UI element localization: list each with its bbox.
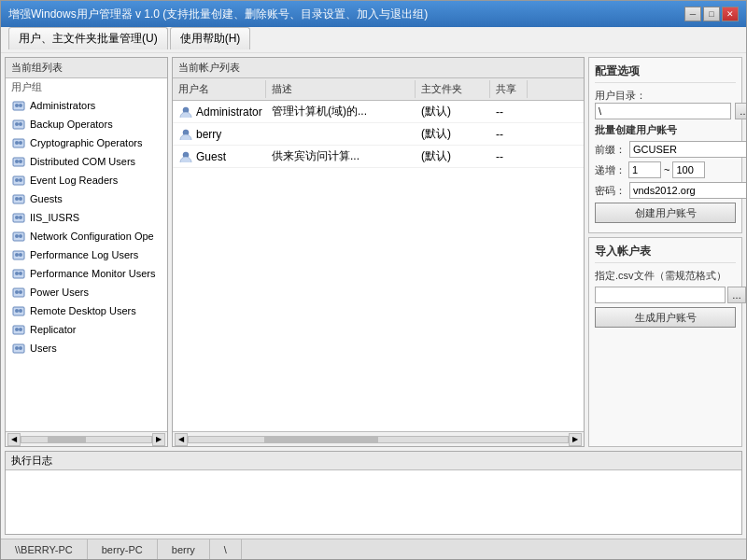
user-icon xyxy=(178,105,193,119)
list-item[interactable]: Cryptographic Operators xyxy=(6,133,167,152)
svg-rect-6 xyxy=(13,139,24,147)
csv-browse-button[interactable]: … xyxy=(727,287,746,303)
list-item[interactable]: IIS_IUSRS xyxy=(6,208,167,227)
csv-label: 指定.csv文件（需规范格式） xyxy=(595,269,736,283)
user-icon xyxy=(178,127,193,142)
csv-row: … xyxy=(595,287,736,303)
svg-point-19 xyxy=(15,216,19,219)
group-list[interactable]: Administrators Backup Operators Cryptogr… xyxy=(6,96,167,431)
password-input[interactable] xyxy=(629,182,746,199)
svg-rect-36 xyxy=(13,326,24,334)
maximize-button[interactable]: □ xyxy=(703,7,720,21)
status-user: berry xyxy=(158,539,210,559)
password-row: 密码： xyxy=(595,182,736,199)
user-name-cell: Guest xyxy=(173,148,266,165)
center-scroll-right[interactable]: ▶ xyxy=(569,433,582,446)
range-to-input[interactable] xyxy=(672,161,705,178)
list-item[interactable]: Replicator xyxy=(6,320,167,339)
home-dir-input[interactable] xyxy=(595,103,731,119)
list-item[interactable]: Users xyxy=(6,339,167,357)
svg-rect-15 xyxy=(13,195,24,203)
group-icon xyxy=(11,229,26,244)
home-dir-label: 用户目录： xyxy=(595,89,736,103)
user-share-cell: -- xyxy=(490,127,528,142)
range-from-input[interactable] xyxy=(628,161,661,178)
menu-bar: 用户、主文件夹批量管理(U) 使用帮助(H) xyxy=(1,27,746,53)
group-icon xyxy=(11,303,26,318)
svg-rect-21 xyxy=(13,232,24,241)
svg-point-8 xyxy=(19,141,22,145)
prefix-input[interactable] xyxy=(629,141,746,158)
svg-point-41 xyxy=(19,346,22,350)
config-section: 配置选项 用户目录： … 批量创建用户账号 前缀： 递增： ~ xyxy=(588,57,742,233)
svg-point-10 xyxy=(15,160,19,163)
center-scrollbar[interactable]: ◀ ▶ xyxy=(173,431,584,446)
center-scroll-track[interactable] xyxy=(188,436,569,443)
svg-point-20 xyxy=(19,216,22,219)
svg-point-38 xyxy=(19,328,22,331)
table-row[interactable]: Guest 供来宾访问计算... (默认) -- xyxy=(173,146,584,168)
minimize-button[interactable]: ─ xyxy=(684,7,701,21)
log-body xyxy=(6,470,741,476)
svg-point-35 xyxy=(19,309,22,313)
close-button[interactable]: ✕ xyxy=(722,7,739,21)
svg-point-31 xyxy=(15,290,19,294)
user-desc-cell: 供来宾访问计算... xyxy=(266,147,416,165)
tab-manage[interactable]: 用户、主文件夹批量管理(U) xyxy=(8,27,168,49)
list-item[interactable]: Guests xyxy=(6,189,167,208)
svg-rect-33 xyxy=(13,307,24,315)
list-item[interactable]: Power Users xyxy=(6,283,167,301)
svg-point-40 xyxy=(15,346,19,350)
svg-rect-0 xyxy=(13,102,24,110)
user-table[interactable]: Administrator 管理计算机(域)的... (默认) -- berry… xyxy=(173,101,584,431)
svg-point-13 xyxy=(15,178,19,182)
user-share-cell: -- xyxy=(490,149,528,164)
svg-point-28 xyxy=(15,272,19,275)
list-item[interactable]: Performance Monitor Users xyxy=(6,264,167,283)
svg-point-29 xyxy=(19,272,22,275)
import-section: 导入帐户表 指定.csv文件（需规范格式） … 生成用户账号 xyxy=(588,237,742,447)
svg-rect-30 xyxy=(13,288,24,297)
svg-point-4 xyxy=(15,122,19,126)
list-item[interactable]: Backup Operators xyxy=(6,115,167,133)
csv-file-input[interactable] xyxy=(595,287,726,303)
tab-help[interactable]: 使用帮助(H) xyxy=(170,27,251,49)
home-dir-browse-button[interactable]: … xyxy=(735,103,746,119)
main-content: 当前组列表 用户组 Administrators xyxy=(1,53,746,451)
group-list-header: 当前组列表 xyxy=(6,58,167,78)
list-item[interactable]: Administrators xyxy=(6,96,167,115)
list-item[interactable]: Distributed COM Users xyxy=(6,152,167,171)
title-bar: 增强Windows用户管理器 v 1.0 (支持批量创建、删除账号、目录设置、加… xyxy=(1,1,746,27)
table-header: 用户名 描述 主文件夹 共享 xyxy=(173,78,584,101)
window-title: 增强Windows用户管理器 v 1.0 (支持批量创建、删除账号、目录设置、加… xyxy=(8,7,428,22)
group-icon xyxy=(11,173,26,188)
center-scroll-left[interactable]: ◀ xyxy=(175,433,188,446)
group-icon xyxy=(11,191,26,206)
svg-point-14 xyxy=(19,178,22,182)
scroll-thumb xyxy=(48,437,87,442)
list-item[interactable]: Network Configuration Ope xyxy=(6,227,167,245)
left-panel: 当前组列表 用户组 Administrators xyxy=(5,57,168,447)
svg-point-5 xyxy=(19,122,22,126)
range-label: 递增： xyxy=(595,163,626,177)
prefix-row: 前缀： xyxy=(595,141,736,158)
table-row[interactable]: Administrator 管理计算机(域)的... (默认) -- xyxy=(173,101,584,123)
group-icon xyxy=(11,135,26,150)
table-row[interactable]: berry (默认) -- xyxy=(173,123,584,146)
log-panel: 执行日志 xyxy=(5,451,742,535)
left-scrollbar[interactable]: ◀ ▶ xyxy=(6,431,167,446)
user-list-header: 当前帐户列表 xyxy=(173,58,584,78)
scroll-track[interactable] xyxy=(21,436,152,443)
status-computer: berry-PC xyxy=(88,539,158,559)
scroll-left-arrow[interactable]: ◀ xyxy=(7,433,21,446)
generate-users-button[interactable]: 生成用户账号 xyxy=(595,307,736,328)
user-home-cell: (默认) xyxy=(416,103,490,120)
svg-point-26 xyxy=(19,253,22,257)
list-item[interactable]: Remote Desktop Users xyxy=(6,301,167,320)
list-item[interactable]: Performance Log Users xyxy=(6,245,167,264)
user-share-cell: -- xyxy=(490,105,528,119)
create-users-button[interactable]: 创建用户账号 xyxy=(595,203,736,223)
scroll-right-arrow[interactable]: ▶ xyxy=(152,433,165,446)
list-item[interactable]: Event Log Readers xyxy=(6,171,167,189)
svg-rect-27 xyxy=(13,270,24,278)
